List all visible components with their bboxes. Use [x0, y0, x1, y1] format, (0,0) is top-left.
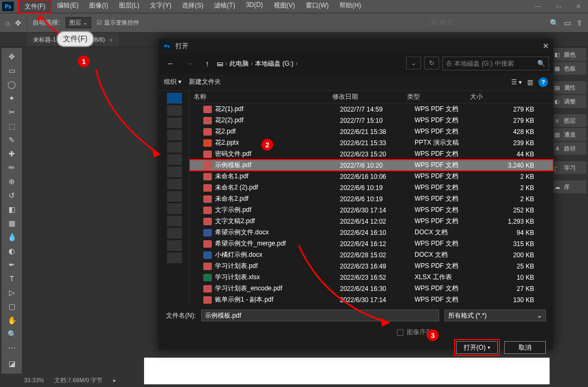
sidebar-item[interactable]: [167, 130, 182, 140]
menu-item[interactable]: 3D(D): [241, 0, 268, 14]
share-icon[interactable]: ⇪: [576, 19, 583, 27]
panel-tab[interactable]: ◧颜色: [550, 48, 586, 61]
menu-item[interactable]: 文字(Y): [145, 0, 177, 14]
file-row[interactable]: 小橘灯示例.docx 2022/6/28 15:02 DOCX 文档 200 K…: [189, 249, 553, 260]
col-name[interactable]: 名称: [189, 92, 328, 101]
search-input[interactable]: 在 本地磁盘 (G:) 中搜索 🔍: [442, 57, 549, 70]
file-row[interactable]: 学习计划表_encode.pdf 2022/6/24 16:30 WPS PDF…: [189, 283, 553, 294]
dialog-close-icon[interactable]: ✕: [543, 42, 549, 50]
view-mode-button[interactable]: ☰ ▾: [511, 78, 522, 86]
layer-dropdown[interactable]: 图层 ⌄: [66, 17, 91, 28]
sidebar-item[interactable]: [167, 179, 182, 189]
col-type[interactable]: 类型: [403, 92, 466, 101]
file-row[interactable]: 希望示例文件_merge.pdf 2022/6/24 16:12 WPS PDF…: [189, 238, 553, 249]
file-row[interactable]: 未命名1.pdf 2022/6/16 10:06 WPS PDF 文档 2 KB: [189, 171, 553, 182]
menu-item[interactable]: 编辑(E): [52, 0, 84, 14]
blur-tool[interactable]: 💧: [3, 231, 21, 243]
file-row[interactable]: 密码文件.pdf 2022/6/23 15:20 WPS PDF 文档 44 K…: [189, 148, 553, 160]
sidebar-item[interactable]: [167, 240, 182, 251]
col-date[interactable]: 修改日期: [328, 92, 403, 101]
move-icon[interactable]: ✥: [15, 19, 21, 27]
panel-tab[interactable]: ◐调整: [550, 95, 586, 108]
lasso-tool[interactable]: ◯: [3, 78, 21, 91]
panel-tab[interactable]: ▦色板: [550, 62, 586, 75]
shape-tool[interactable]: ▢: [3, 300, 21, 313]
sidebar-item[interactable]: [167, 105, 182, 116]
home-icon[interactable]: ⌂: [5, 19, 10, 27]
file-row[interactable]: 希望示例文件.docx 2022/6/24 16:10 DOCX 文档 94 K…: [189, 227, 553, 238]
more-tool[interactable]: ⋯: [3, 342, 21, 354]
panel-tab[interactable]: ⋔路径: [550, 142, 586, 155]
tab-close-icon[interactable]: ×: [109, 37, 113, 43]
file-row[interactable]: 文字文稿2.pdf 2022/6/14 12:02 WPS PDF 文档 1,2…: [189, 216, 553, 227]
file-row[interactable]: 未命名2 (2).pdf 2022/6/6 10:19 WPS PDF 文档 2…: [189, 182, 553, 193]
filename-input[interactable]: [201, 310, 439, 321]
file-row[interactable]: 文字示例.pdf 2022/6/30 17:14 WPS PDF 文档 252 …: [189, 204, 553, 216]
menu-item[interactable]: 视图(V): [268, 0, 300, 14]
history-tool[interactable]: ↺: [3, 189, 21, 202]
sidebar-item[interactable]: [167, 228, 182, 239]
sidebar-item[interactable]: [167, 203, 182, 214]
menu-item[interactable]: 选择(S): [177, 0, 209, 14]
panel-tab[interactable]: ▤属性: [550, 81, 586, 94]
back-icon[interactable]: ←: [163, 57, 179, 70]
menu-item[interactable]: 图层(L): [114, 0, 145, 14]
file-row[interactable]: 学习计划表.xlsx 2022/6/23 16:52 XLSX 工作表 10 K…: [189, 272, 553, 283]
stamp-tool[interactable]: ⊕: [3, 175, 21, 188]
file-row[interactable]: 学习计划表.pdf 2022/6/23 16:49 WPS PDF 文档 25 …: [189, 260, 553, 272]
transform-checkbox[interactable]: ☑显示变换控件: [97, 19, 139, 27]
file-row[interactable]: 花2(2).pdf 2022/7/7 15:10 WPS PDF 文档 279 …: [189, 115, 553, 126]
sidebar-item[interactable]: [167, 93, 182, 104]
sidebar-item[interactable]: [167, 216, 182, 226]
preview-button[interactable]: ▥: [527, 78, 533, 86]
breadcrumb[interactable]: 🖴 › 此电脑 › 本地磁盘 (G:) ›: [217, 59, 298, 68]
panel-tab[interactable]: ≡图层: [550, 114, 586, 127]
file-row[interactable]: 花2.pptx 2022/6/21 15:33 PPTX 演示文稿 239 KB: [189, 137, 553, 148]
marquee-tool[interactable]: ▭: [3, 64, 21, 77]
up-icon[interactable]: ↑: [201, 57, 213, 70]
search-icon[interactable]: 🔍: [550, 19, 559, 27]
file-row[interactable]: 未命名2.pdf 2022/6/6 10:19 WPS PDF 文档 2 KB: [189, 193, 553, 204]
refresh-icon[interactable]: ↻: [424, 57, 439, 69]
dropdown-icon[interactable]: ⌄: [406, 57, 421, 69]
help-icon[interactable]: ?: [538, 77, 548, 87]
gradient-tool[interactable]: ▦: [3, 217, 21, 230]
menu-item[interactable]: 文件(F): [18, 0, 52, 14]
sidebar-item[interactable]: [167, 117, 182, 128]
swatch-tool[interactable]: ◪: [3, 356, 21, 372]
brush-tool[interactable]: ✏: [3, 161, 21, 174]
type-tool[interactable]: T: [3, 272, 21, 285]
image-sequence-checkbox[interactable]: 图像序列: [283, 328, 546, 337]
menu-item[interactable]: 图像(I): [84, 0, 113, 14]
zoom-tool[interactable]: 🔍: [3, 328, 21, 341]
hand-tool[interactable]: ✋: [3, 314, 21, 327]
sidebar-item[interactable]: [167, 191, 182, 202]
minimize-icon[interactable]: —: [528, 1, 547, 12]
heal-tool[interactable]: ✚: [3, 147, 21, 160]
open-button[interactable]: 打开(O) ▾: [456, 341, 498, 354]
file-row[interactable]: 花2(1).pdf 2022/7/7 14:59 WPS PDF 文档 279 …: [189, 104, 553, 115]
organize-button[interactable]: 组织 ▾: [164, 77, 181, 86]
sidebar-item[interactable]: [167, 142, 182, 153]
eyedropper-tool[interactable]: ✎: [3, 133, 21, 146]
menu-item[interactable]: 帮助(H): [334, 0, 367, 14]
menu-item[interactable]: 滤镜(T): [209, 0, 240, 14]
pen-tool[interactable]: ✒: [3, 258, 21, 271]
move-tool[interactable]: ✥: [3, 50, 21, 63]
dodge-tool[interactable]: ◐: [3, 244, 21, 257]
panel-tab[interactable]: 🎓学习: [550, 161, 586, 174]
sidebar-item[interactable]: [167, 167, 182, 177]
file-row[interactable]: 示例模板.pdf 2022/7/8 10:20 WPS PDF 文档 3,240…: [189, 160, 553, 171]
path-tool[interactable]: ▷: [3, 286, 21, 299]
maximize-icon[interactable]: ▭: [549, 1, 568, 12]
cancel-button[interactable]: 取消: [504, 341, 546, 354]
file-row[interactable]: 账单示例1 - 副本.pdf 2022/6/30 17:14 WPS PDF 文…: [189, 294, 553, 304]
menu-item[interactable]: 窗口(W): [300, 0, 334, 14]
eraser-tool[interactable]: ◧: [3, 203, 21, 216]
panel-tab[interactable]: ☁库: [550, 180, 586, 193]
col-size[interactable]: 大小: [466, 92, 546, 101]
wand-tool[interactable]: ✦: [3, 92, 21, 105]
file-row[interactable]: 花2.pdf 2022/6/21 15:38 WPS PDF 文档 428 KB: [189, 126, 553, 137]
frame-tool[interactable]: ⬚: [3, 120, 21, 132]
screen-icon[interactable]: ▭: [564, 19, 571, 27]
